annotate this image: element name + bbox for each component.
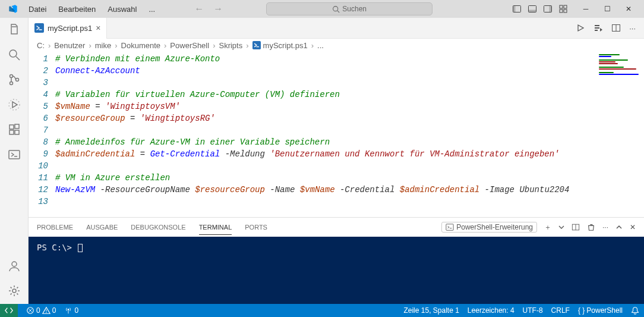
settings-gear-icon[interactable] <box>7 284 21 298</box>
menu-selection[interactable]: Auswahl <box>103 2 141 16</box>
editor-tab[interactable]: myScript.ps1 × <box>29 18 107 39</box>
more-actions-icon[interactable]: ··· <box>629 23 636 33</box>
svg-point-12 <box>10 50 17 57</box>
svg-rect-11 <box>564 10 567 12</box>
status-encoding[interactable]: UTF-8 <box>523 306 543 315</box>
activity-bar <box>0 18 29 304</box>
status-language[interactable]: { } PowerShell <box>578 306 623 315</box>
radio-tower-icon <box>64 306 72 315</box>
terminal-dropdown-icon[interactable] <box>558 224 564 230</box>
terminal-cursor-icon <box>78 244 83 252</box>
panel-tab-ausgabe[interactable]: AUSGABE <box>86 220 118 234</box>
svg-rect-29 <box>595 27 599 29</box>
menu-edit[interactable]: Bearbeiten <box>53 2 100 16</box>
svg-rect-19 <box>10 125 14 129</box>
svg-point-24 <box>12 262 17 266</box>
terminal-selector[interactable]: PowerShell-Erweiterung <box>441 222 537 233</box>
svg-rect-20 <box>10 130 14 134</box>
panel-tab-probleme[interactable]: PROBLEME <box>37 220 73 234</box>
powershell-file-icon <box>252 41 261 49</box>
svg-rect-35 <box>446 224 453 231</box>
error-icon <box>26 306 34 315</box>
line-number-gutter: 12345678910111213 <box>29 52 55 217</box>
layout-customize-icon[interactable] <box>558 4 568 14</box>
panel-more-icon[interactable]: ··· <box>602 223 608 231</box>
powershell-activity-icon[interactable] <box>7 147 21 162</box>
nav-back-icon[interactable]: ← <box>192 2 206 15</box>
nav-forward-icon[interactable]: → <box>211 2 225 15</box>
menu-file[interactable]: Datei <box>24 2 51 16</box>
notifications-icon[interactable] <box>631 306 639 315</box>
panel-close-icon[interactable]: ✕ <box>630 223 636 231</box>
search-icon <box>332 5 340 13</box>
explorer-icon[interactable] <box>7 23 21 37</box>
status-cursor-pos[interactable]: Zeile 15, Spalte 1 <box>403 306 459 315</box>
title-bar: Datei Bearbeiten Auswahl ... ← → Suchen … <box>0 0 644 18</box>
minimap[interactable] <box>599 54 640 72</box>
svg-rect-8 <box>560 5 563 8</box>
tab-close-icon[interactable]: × <box>96 23 100 33</box>
status-ports[interactable]: 0 <box>64 306 78 315</box>
run-icon[interactable] <box>576 23 585 33</box>
terminal[interactable]: PS C:\> <box>29 237 644 304</box>
code-content[interactable]: # Verbinden mit einem Azure-KontoConnect… <box>55 52 644 217</box>
svg-marker-31 <box>600 28 602 32</box>
status-problems[interactable]: 0 0 <box>26 306 56 315</box>
layout-sidebar-right-icon[interactable] <box>543 4 553 14</box>
svg-point-14 <box>10 75 12 78</box>
powershell-file-icon <box>34 23 44 33</box>
search-activity-icon[interactable] <box>7 48 21 62</box>
accounts-icon[interactable] <box>7 259 21 273</box>
svg-point-15 <box>10 82 12 85</box>
panel-maximize-icon[interactable] <box>615 224 623 231</box>
svg-rect-30 <box>595 30 598 31</box>
svg-rect-7 <box>550 6 552 12</box>
tab-bar: myScript.ps1 × ··· <box>29 18 644 39</box>
debug-icon[interactable] <box>7 98 21 112</box>
remote-indicator[interactable] <box>0 304 18 317</box>
split-editor-icon[interactable] <box>611 23 621 33</box>
split-terminal-icon[interactable] <box>572 223 580 231</box>
kill-terminal-icon[interactable] <box>587 223 595 231</box>
panel-tab-debugkonsole[interactable]: DEBUGKONSOLE <box>131 220 185 234</box>
menu-more[interactable]: ... <box>144 2 160 16</box>
svg-rect-21 <box>15 130 19 134</box>
panel-tab-ports[interactable]: PORTS <box>245 220 267 234</box>
svg-rect-22 <box>15 124 19 128</box>
terminal-icon <box>446 223 454 231</box>
svg-point-16 <box>15 79 18 81</box>
search-box[interactable]: Suchen <box>266 2 433 15</box>
panel-tab-terminal[interactable]: TERMINAL <box>199 220 232 235</box>
svg-point-42 <box>46 312 46 313</box>
layout-sidebar-left-icon[interactable] <box>512 4 522 14</box>
status-indentation[interactable]: Leerzeichen: 4 <box>468 306 514 315</box>
window-close-button[interactable]: ✕ <box>618 0 639 18</box>
vscode-logo-icon <box>8 4 18 14</box>
terminal-prompt: PS C:\> <box>37 243 77 252</box>
window-minimize-button[interactable]: ─ <box>575 0 596 18</box>
breadcrumb[interactable]: C:› Benutzer› mike› Dokumente› PowerShel… <box>29 39 644 52</box>
svg-line-13 <box>16 57 20 60</box>
scm-icon[interactable] <box>7 73 21 87</box>
svg-point-25 <box>12 289 16 293</box>
warning-icon <box>42 306 50 315</box>
status-bar: 0 0 0 Zeile 15, Spalte 1 Leerzeichen: 4 … <box>0 304 644 317</box>
new-terminal-icon[interactable]: ＋ <box>544 222 551 233</box>
code-editor[interactable]: 12345678910111213 # Verbinden mit einem … <box>29 52 644 217</box>
svg-rect-9 <box>564 5 567 8</box>
extensions-icon[interactable] <box>7 123 21 137</box>
status-eol[interactable]: CRLF <box>551 306 570 315</box>
svg-rect-10 <box>560 10 563 12</box>
run-selection-icon[interactable] <box>594 23 603 33</box>
svg-line-1 <box>337 10 339 12</box>
svg-rect-3 <box>513 6 516 12</box>
window-maximize-button[interactable]: ☐ <box>596 0 618 18</box>
svg-point-0 <box>333 6 338 11</box>
layout-panel-icon[interactable] <box>528 4 537 14</box>
svg-rect-5 <box>529 10 536 12</box>
tab-filename: myScript.ps1 <box>48 24 92 33</box>
svg-marker-17 <box>12 102 17 108</box>
svg-rect-28 <box>595 25 599 26</box>
search-placeholder: Suchen <box>342 5 367 13</box>
bottom-panel: PROBLEME AUSGABE DEBUGKONSOLE TERMINAL P… <box>29 217 644 304</box>
